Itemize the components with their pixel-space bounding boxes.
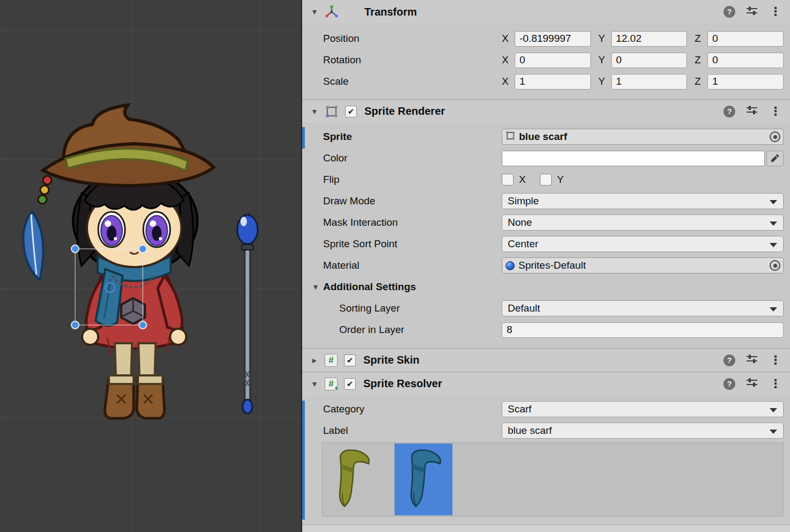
sprite-sort-point-label[interactable]: Sprite Sort Point	[323, 238, 502, 250]
transform-header[interactable]: ▼ Transform ?	[302, 0, 790, 24]
inspector-panel: ▼ Transform ?	[302, 0, 790, 532]
sprite-variant-thumbnails	[322, 442, 784, 516]
foldout-open-icon[interactable]: ▼	[310, 8, 319, 16]
sprite-renderer-header[interactable]: ▼ ✔ Sprite Renderer ?	[302, 99, 790, 123]
character-sprite	[0, 0, 302, 532]
label-dropdown[interactable]: blue scarf	[502, 423, 784, 439]
sprite-sort-point-dropdown[interactable]: Center	[502, 236, 784, 252]
kebab-menu-icon[interactable]: ⋮	[769, 6, 782, 18]
axis-z-label[interactable]: Z	[694, 54, 703, 66]
label-value: blue scarf	[508, 425, 552, 437]
help-icon[interactable]: ?	[723, 378, 735, 390]
sorting-layer-row: Sorting Layer Default	[302, 298, 790, 319]
order-in-layer-label[interactable]: Order in Layer	[339, 324, 502, 336]
sprite-skin-header[interactable]: ► # ✔ Sprite Skin ? ⋮	[302, 348, 790, 372]
flip-x-label: X	[519, 174, 526, 186]
order-in-layer-row: Order in Layer	[302, 319, 790, 341]
sprite-resolver-title: Sprite Resolver	[363, 378, 442, 390]
scale-x-field[interactable]	[515, 74, 591, 90]
rotation-label[interactable]: Rotation	[323, 54, 502, 66]
order-in-layer-field[interactable]	[502, 322, 784, 338]
axis-x-label[interactable]: X	[502, 54, 510, 66]
axis-y-label[interactable]: Y	[598, 54, 607, 66]
axis-y-label[interactable]: Y	[598, 33, 607, 45]
presets-icon[interactable]	[746, 354, 758, 366]
foldout-closed-icon[interactable]: ►	[310, 356, 319, 365]
position-x-field[interactable]	[515, 31, 591, 47]
flip-y-checkbox[interactable]	[540, 174, 552, 186]
color-swatch[interactable]	[502, 151, 765, 166]
transform-body: Position X Y Z Rotation X Y	[302, 24, 790, 99]
category-label[interactable]: Category	[323, 403, 502, 415]
mask-interaction-dropdown[interactable]: None	[502, 215, 784, 231]
sprite-object-name: blue scarf	[515, 131, 766, 143]
material-object-field[interactable]: Sprites-Default	[502, 257, 784, 274]
object-picker-icon[interactable]	[770, 131, 780, 142]
presets-icon[interactable]	[746, 105, 758, 117]
axis-x-label[interactable]: X	[502, 33, 510, 45]
material-row: Material Sprites-Default	[302, 255, 790, 276]
kebab-menu-icon[interactable]: ⋮	[769, 106, 782, 117]
label-label[interactable]: Label	[323, 425, 502, 437]
flip-row: Flip X Y	[302, 169, 790, 190]
foldout-open-icon[interactable]: ▼	[310, 107, 319, 116]
foldout-open-icon[interactable]: ▼	[311, 283, 320, 291]
sorting-layer-value: Default	[508, 302, 540, 314]
scale-row: Scale X Y Z	[302, 71, 790, 92]
help-icon[interactable]: ?	[723, 354, 735, 366]
sprite-sort-point-row: Sprite Sort Point Center	[302, 233, 790, 255]
rotation-z-field[interactable]	[707, 53, 784, 68]
scale-y-field[interactable]	[611, 74, 687, 90]
thumbnail-green-scarf[interactable]	[323, 444, 381, 515]
sprite-skin-enabled-checkbox[interactable]: ✔	[344, 354, 356, 366]
thumbnail-blue-scarf[interactable]	[394, 444, 452, 515]
material-label[interactable]: Material	[323, 260, 502, 271]
axis-y-label[interactable]: Y	[598, 76, 607, 87]
material-sphere-icon	[506, 261, 515, 270]
sorting-layer-dropdown[interactable]: Default	[502, 300, 784, 316]
eyedropper-icon[interactable]	[766, 151, 784, 166]
mask-interaction-label[interactable]: Mask Interaction	[323, 217, 502, 228]
axis-x-label[interactable]: X	[502, 76, 510, 87]
sprite-renderer-enabled-checkbox[interactable]: ✔	[345, 106, 357, 117]
draw-mode-dropdown[interactable]: Simple	[502, 193, 784, 209]
draw-mode-label[interactable]: Draw Mode	[323, 195, 502, 207]
sprite-renderer-icon	[325, 105, 339, 119]
category-row: Category Scarf	[302, 398, 790, 420]
rotation-y-field[interactable]	[611, 53, 687, 68]
position-z-field[interactable]	[707, 31, 784, 47]
scale-label[interactable]: Scale	[323, 76, 502, 87]
help-icon[interactable]: ?	[723, 106, 735, 117]
position-row: Position X Y Z	[302, 28, 790, 49]
sprite-resolver-enabled-checkbox[interactable]: ✔	[344, 378, 356, 390]
sprite-object-field[interactable]: blue scarf	[502, 129, 784, 145]
position-y-field[interactable]	[611, 31, 687, 47]
flip-x-checkbox[interactable]	[502, 174, 514, 186]
sprite-sort-point-value: Center	[508, 238, 538, 250]
flip-y-label: Y	[557, 174, 564, 186]
axis-z-label[interactable]: Z	[694, 33, 703, 45]
color-label[interactable]: Color	[323, 152, 502, 164]
foldout-open-icon[interactable]: ▼	[310, 380, 319, 388]
scene-view[interactable]	[0, 0, 302, 532]
sprite-label[interactable]: Sprite	[323, 131, 502, 143]
kebab-menu-icon[interactable]: ⋮	[769, 378, 782, 390]
additional-settings-row[interactable]: ▼ Additional Settings	[302, 276, 790, 298]
category-dropdown[interactable]: Scarf	[502, 401, 784, 417]
inspector-bottom-strip	[302, 524, 790, 532]
kebab-menu-icon[interactable]: ⋮	[769, 354, 782, 366]
presets-icon[interactable]	[746, 6, 758, 18]
object-picker-icon[interactable]	[770, 260, 780, 271]
axis-z-label[interactable]: Z	[694, 76, 703, 87]
help-icon[interactable]: ?	[723, 6, 735, 18]
presets-icon[interactable]	[746, 378, 758, 390]
flip-label[interactable]: Flip	[323, 174, 502, 186]
rotation-x-field[interactable]	[515, 53, 591, 68]
sprite-override-bar	[302, 127, 305, 149]
position-label[interactable]: Position	[323, 33, 502, 45]
scale-z-field[interactable]	[707, 74, 784, 90]
sprite-resolver-script-icon: #+	[325, 378, 338, 390]
additional-settings-label: Additional Settings	[323, 281, 416, 293]
sprite-resolver-header[interactable]: ▼ #+ ✔ Sprite Resolver ? ⋮	[302, 372, 790, 395]
sorting-layer-label[interactable]: Sorting Layer	[339, 302, 502, 314]
